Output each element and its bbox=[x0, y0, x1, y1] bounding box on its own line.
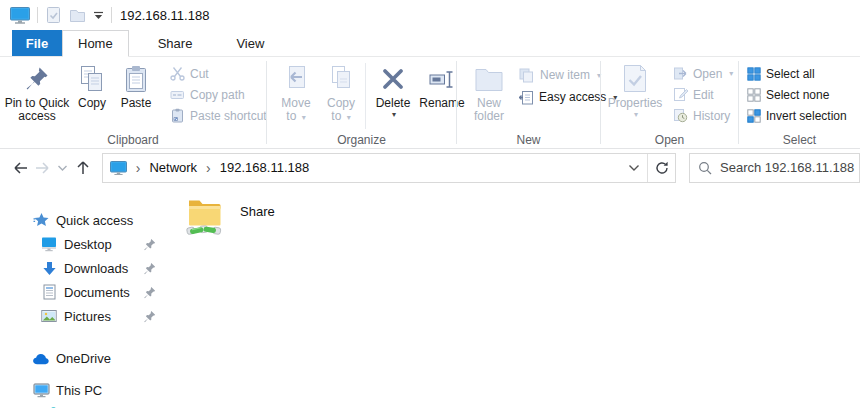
properties-qat-button[interactable] bbox=[45, 6, 62, 24]
downloads-icon bbox=[40, 261, 58, 276]
properties-icon bbox=[622, 61, 648, 97]
open-icon bbox=[673, 66, 688, 81]
paste-icon bbox=[125, 61, 147, 97]
computer-icon bbox=[10, 7, 30, 24]
breadcrumb-host[interactable]: 192.168.11.188 bbox=[216, 154, 313, 182]
copy-path-button[interactable]: Copy path bbox=[170, 84, 267, 105]
sidebar-item-desktop[interactable]: Desktop bbox=[0, 232, 170, 256]
ribbon-group-select: Select all Select none Invert selection … bbox=[739, 57, 860, 149]
sidebar-item-downloads[interactable]: Downloads bbox=[0, 256, 170, 280]
open-button[interactable]: Open ▾ bbox=[673, 63, 733, 84]
qat-customize-dropdown[interactable] bbox=[93, 11, 104, 20]
file-name-label: Share bbox=[240, 204, 275, 238]
up-button[interactable] bbox=[72, 156, 94, 180]
breadcrumb-chevron: › bbox=[131, 160, 146, 176]
sidebar: Quick access Desktop Downloads bbox=[0, 186, 170, 408]
pin-icon bbox=[143, 286, 156, 299]
new-folder-button[interactable]: New folder bbox=[465, 61, 513, 123]
delete-button[interactable]: Delete ▾ bbox=[370, 61, 416, 119]
select-group-label: Select bbox=[739, 133, 860, 147]
history-icon bbox=[673, 108, 688, 123]
tab-share[interactable]: Share bbox=[143, 30, 208, 56]
this-pc-icon bbox=[32, 383, 50, 398]
new-folder-qat-button[interactable] bbox=[69, 7, 86, 24]
explorer-window: 192.168.11.188 File Home Share View Pin … bbox=[0, 0, 860, 408]
search-box[interactable] bbox=[689, 153, 860, 183]
address-dropdown[interactable] bbox=[621, 164, 647, 172]
breadcrumb-network[interactable]: Network bbox=[145, 154, 201, 182]
new-folder-icon bbox=[474, 61, 504, 97]
delete-x-icon bbox=[381, 61, 405, 97]
search-input[interactable] bbox=[720, 160, 860, 175]
toolbar-separator bbox=[37, 7, 38, 23]
copy-to-button[interactable]: Copy to ▾ bbox=[321, 61, 361, 124]
recent-locations-dropdown[interactable] bbox=[54, 156, 72, 180]
tab-file[interactable]: File bbox=[12, 30, 62, 56]
pin-icon bbox=[143, 262, 156, 275]
move-to-icon bbox=[283, 61, 309, 97]
dropdown-arrow: ▾ bbox=[392, 110, 396, 119]
select-all-button[interactable]: Select all bbox=[747, 63, 847, 84]
paste-shortcut-button[interactable]: Paste shortcut bbox=[170, 105, 267, 126]
new-item-icon bbox=[519, 68, 535, 83]
button-separator bbox=[365, 63, 366, 129]
invert-selection-button[interactable]: Invert selection bbox=[747, 105, 847, 126]
dropdown-arrow: ▾ bbox=[302, 113, 306, 122]
history-button[interactable]: History bbox=[673, 105, 733, 126]
sidebar-item-3d-objects[interactable]: 3D Objects bbox=[0, 402, 170, 408]
easy-access-icon bbox=[519, 90, 534, 105]
organize-group-label: Organize bbox=[267, 133, 456, 147]
file-list[interactable]: Share bbox=[170, 186, 860, 408]
pushpin-icon bbox=[24, 61, 50, 97]
refresh-button[interactable] bbox=[647, 154, 675, 182]
sidebar-item-quick-access[interactable]: Quick access bbox=[0, 208, 170, 232]
copy-to-icon bbox=[328, 61, 354, 97]
open-group-label: Open bbox=[601, 133, 738, 147]
back-button[interactable] bbox=[10, 156, 32, 180]
onedrive-cloud-icon bbox=[32, 352, 50, 365]
select-none-button[interactable]: Select none bbox=[747, 84, 847, 105]
sidebar-item-this-pc[interactable]: This PC bbox=[0, 378, 170, 402]
copy-icon bbox=[80, 61, 104, 97]
sidebar-item-onedrive[interactable]: OneDrive bbox=[0, 346, 170, 370]
dropdown-arrow: ▾ bbox=[729, 69, 733, 78]
sidebar-spacer bbox=[0, 328, 170, 346]
paste-button[interactable]: Paste bbox=[114, 61, 158, 110]
pin-icon bbox=[143, 238, 156, 251]
copy-path-icon bbox=[170, 87, 185, 102]
sidebar-item-pictures[interactable]: Pictures bbox=[0, 304, 170, 328]
window-title: 192.168.11.188 bbox=[120, 8, 209, 23]
dropdown-arrow: ▾ bbox=[634, 110, 638, 119]
main-area: Quick access Desktop Downloads bbox=[0, 186, 860, 408]
new-group-label: New bbox=[457, 133, 600, 147]
toolbar-separator bbox=[111, 7, 112, 23]
invert-selection-icon bbox=[747, 109, 761, 123]
dropdown-arrow: ▾ bbox=[347, 113, 351, 122]
cut-button[interactable]: Cut bbox=[170, 63, 267, 84]
forward-button[interactable] bbox=[32, 156, 54, 180]
quick-access-star-icon bbox=[32, 212, 50, 228]
sidebar-item-documents[interactable]: Documents bbox=[0, 280, 170, 304]
scissors-icon bbox=[170, 66, 185, 81]
titlebar: 192.168.11.188 bbox=[0, 0, 860, 30]
pin-icon bbox=[143, 310, 156, 323]
copy-button[interactable]: Copy bbox=[70, 61, 114, 110]
desktop-icon bbox=[40, 236, 58, 252]
sidebar-spacer bbox=[0, 370, 170, 378]
edit-button[interactable]: Edit bbox=[673, 84, 733, 105]
address-bar[interactable]: › Network › 192.168.11.188 bbox=[102, 153, 676, 183]
ribbon: Pin to Quick access Copy Paste bbox=[0, 57, 860, 149]
pin-to-quick-access-button[interactable]: Pin to Quick access bbox=[4, 61, 70, 123]
search-icon bbox=[698, 161, 712, 175]
shared-network-folder-icon bbox=[186, 196, 222, 238]
tab-home[interactable]: Home bbox=[62, 30, 129, 57]
paste-shortcut-icon bbox=[170, 108, 185, 123]
navigation-bar: › Network › 192.168.11.188 bbox=[0, 149, 860, 186]
properties-button[interactable]: Properties ▾ bbox=[603, 61, 667, 119]
select-all-icon bbox=[747, 67, 761, 81]
tab-view[interactable]: View bbox=[221, 30, 279, 56]
computer-icon[interactable] bbox=[103, 154, 131, 182]
file-item-share[interactable]: Share bbox=[186, 196, 275, 238]
move-to-button[interactable]: Move to ▾ bbox=[277, 61, 315, 124]
ribbon-group-open: Properties ▾ Open ▾ Edit bbox=[601, 57, 738, 149]
